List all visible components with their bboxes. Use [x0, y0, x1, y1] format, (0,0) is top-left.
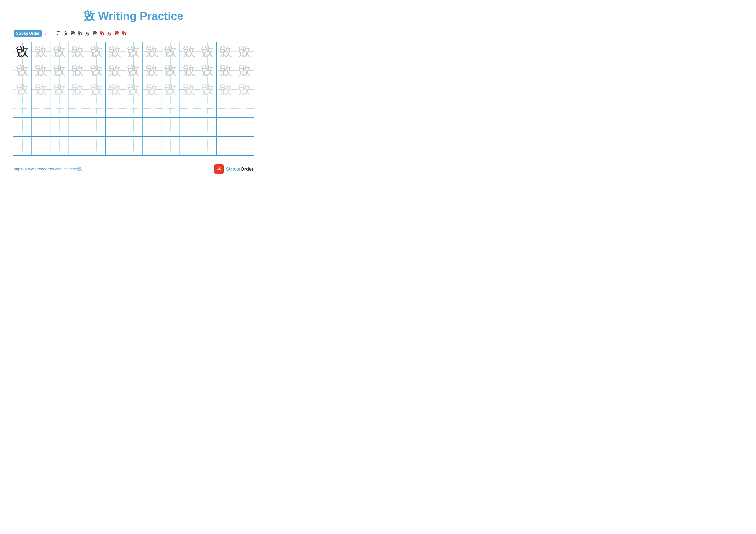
footer: https://www.strokeorder.com/chinese/敓 字 … [13, 165, 254, 174]
grid-cell[interactable]: 敓 [161, 61, 180, 80]
grid-cell[interactable]: 敓 [235, 80, 254, 99]
grid-cell[interactable] [180, 137, 199, 155]
grid-cell[interactable] [124, 137, 143, 155]
grid-cell[interactable]: 敓 [69, 80, 88, 99]
grid-cell[interactable] [32, 137, 50, 155]
grid-cell[interactable] [235, 99, 254, 117]
grid-cell[interactable] [106, 99, 124, 117]
grid-cell[interactable] [87, 99, 106, 117]
stroke-order-row: Stroke Order 丿 𠃍 刀 攵 敓 敓 敓 敓 敓 敓 敓 敓 [13, 30, 254, 37]
stroke-step-4: 攵 [63, 30, 68, 37]
grid-cell[interactable] [69, 118, 88, 136]
practice-char: 敓 [164, 64, 177, 77]
grid-cell[interactable] [198, 99, 217, 117]
grid-cell[interactable] [106, 137, 124, 155]
grid-cell[interactable]: 敓 [87, 61, 106, 80]
grid-cell[interactable] [32, 99, 50, 117]
footer-url[interactable]: https://www.strokeorder.com/chinese/敓 [14, 166, 82, 172]
grid-cell[interactable]: 敓 [217, 61, 235, 80]
grid-cell[interactable]: 敓 [180, 61, 199, 80]
stroke-step-10: 敓 [107, 30, 112, 37]
stroke-order-badge: Stroke Order [14, 30, 42, 37]
grid-cell[interactable] [217, 118, 235, 136]
grid-cell[interactable] [217, 137, 235, 155]
grid-cell[interactable] [235, 137, 254, 155]
grid-cell[interactable]: 敓 [32, 42, 50, 61]
grid-row-6 [14, 137, 254, 155]
grid-cell[interactable]: 敓 [124, 61, 143, 80]
practice-char: 敓 [71, 45, 84, 58]
grid-cell[interactable]: 敓 [69, 61, 88, 80]
grid-cell[interactable]: 敓 [217, 42, 235, 61]
grid-cell[interactable] [87, 118, 106, 136]
grid-cell[interactable]: 敓 [87, 80, 106, 99]
grid-cell[interactable]: 敓 [14, 61, 32, 80]
grid-cell[interactable]: 敓 [14, 80, 32, 99]
grid-cell[interactable]: 敓 [235, 61, 254, 80]
grid-cell[interactable]: 敓 [143, 42, 161, 61]
grid-cell[interactable] [50, 137, 69, 155]
practice-char: 敓 [53, 64, 66, 77]
practice-char: 敓 [53, 83, 66, 96]
grid-cell[interactable] [106, 118, 124, 136]
practice-char: 敓 [109, 83, 121, 96]
grid-cell[interactable]: 敓 [50, 80, 69, 99]
grid-cell[interactable] [50, 99, 69, 117]
grid-cell[interactable] [161, 99, 180, 117]
grid-cell[interactable] [198, 137, 217, 155]
grid-cell[interactable]: 敓 [50, 61, 69, 80]
grid-cell[interactable] [161, 118, 180, 136]
grid-cell[interactable]: 敓 [143, 61, 161, 80]
stroke-step-6: 敓 [78, 30, 83, 37]
practice-char: 敓 [183, 45, 195, 58]
grid-cell[interactable] [161, 137, 180, 155]
grid-cell[interactable]: 敓 [180, 80, 199, 99]
grid-cell[interactable] [14, 118, 32, 136]
grid-cell[interactable]: 敓 [124, 42, 143, 61]
grid-cell[interactable] [143, 99, 161, 117]
grid-cell[interactable] [69, 137, 88, 155]
grid-cell[interactable]: 敓 [235, 42, 254, 61]
stroke-step-8: 敓 [93, 30, 97, 37]
grid-cell[interactable] [32, 118, 50, 136]
grid-cell[interactable]: 敓 [217, 80, 235, 99]
grid-cell[interactable]: 敓 [32, 80, 50, 99]
grid-cell[interactable]: 敓 [87, 42, 106, 61]
stroke-step-3: 刀 [56, 30, 61, 37]
grid-cell[interactable]: 敓 [161, 80, 180, 99]
grid-cell[interactable]: 敓 [69, 42, 88, 61]
practice-char: 敓 [35, 64, 47, 77]
grid-cell[interactable]: 敓 [106, 61, 124, 80]
grid-cell[interactable]: 敓 [198, 42, 217, 61]
grid-cell[interactable] [180, 99, 199, 117]
grid-cell[interactable]: 敓 [198, 80, 217, 99]
grid-cell[interactable] [198, 118, 217, 136]
grid-cell[interactable] [14, 137, 32, 155]
grid-cell[interactable]: 敓 [180, 42, 199, 61]
grid-cell[interactable] [143, 118, 161, 136]
grid-row-1: 敓 敓 敓 敓 敓 敓 敓 敓 敓 敓 敓 敓 敓 [14, 42, 254, 61]
grid-cell[interactable]: 敓 [14, 42, 32, 61]
footer-brand: 字 StrokeStrokeOrderOrder [214, 165, 254, 174]
grid-cell[interactable] [235, 118, 254, 136]
brand-icon: 字 [214, 165, 224, 174]
stroke-step-5: 敓 [71, 30, 75, 37]
grid-cell[interactable] [180, 118, 199, 136]
grid-cell[interactable]: 敓 [161, 42, 180, 61]
grid-cell[interactable] [50, 118, 69, 136]
grid-cell[interactable]: 敓 [124, 80, 143, 99]
grid-cell[interactable] [14, 99, 32, 117]
grid-cell[interactable] [69, 99, 88, 117]
grid-cell[interactable] [143, 137, 161, 155]
grid-cell[interactable]: 敓 [143, 80, 161, 99]
grid-cell[interactable]: 敓 [106, 42, 124, 61]
grid-cell[interactable]: 敓 [50, 42, 69, 61]
grid-cell[interactable]: 敓 [106, 80, 124, 99]
grid-cell[interactable]: 敓 [32, 61, 50, 80]
grid-cell[interactable] [124, 99, 143, 117]
practice-char: 敓 [201, 83, 214, 96]
grid-cell[interactable] [217, 99, 235, 117]
grid-cell[interactable] [124, 118, 143, 136]
grid-cell[interactable]: 敓 [198, 61, 217, 80]
grid-cell[interactable] [87, 137, 106, 155]
